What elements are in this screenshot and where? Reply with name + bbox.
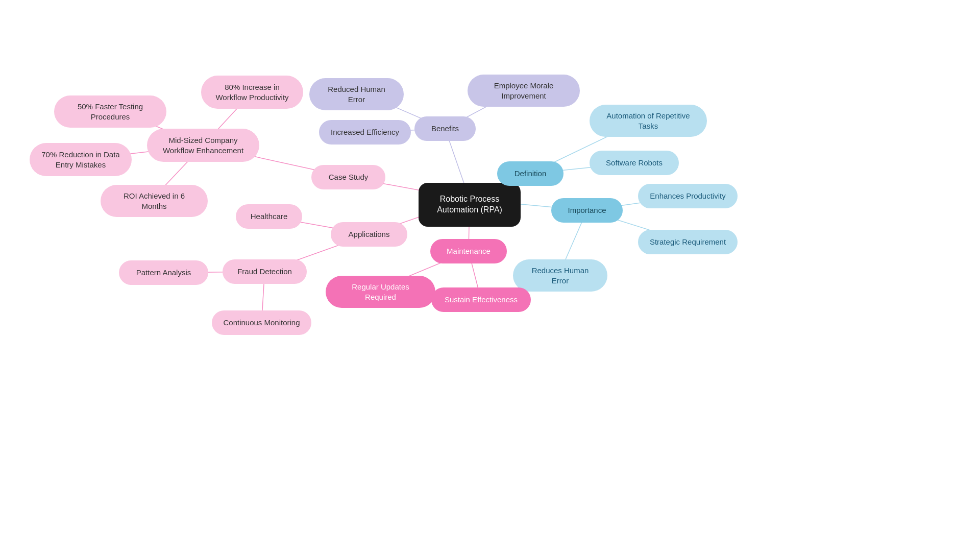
node-automationRepetitive: Automation of Repetitive Tasks (590, 105, 707, 137)
node-faster50: 50% Faster Testing Procedures (54, 95, 166, 128)
node-healthcare: Healthcare (236, 204, 302, 229)
node-benefits: Benefits (414, 116, 476, 141)
node-reducesHumanError: Reduces Human Error (513, 259, 607, 292)
node-sustainEffectiveness: Sustain Effectiveness (431, 287, 531, 312)
node-softwareRobots: Software Robots (590, 151, 679, 175)
node-importance: Importance (551, 198, 623, 223)
node-workflow80: 80% Increase in Workflow Productivity (201, 76, 303, 109)
node-patternAnalysis: Pattern Analysis (119, 260, 208, 285)
node-employeeMorale: Employee Morale Improvement (468, 75, 580, 107)
node-applications: Applications (331, 222, 407, 247)
node-enhancesProductivity: Enhances Productivity (638, 184, 738, 208)
node-increasedEfficiency: Increased Efficiency (319, 120, 411, 145)
mindmap-container: Robotic Process Automation (RPA)Benefits… (0, 0, 980, 553)
node-midSized: Mid-Sized Company Workflow Enhancement (147, 129, 259, 162)
node-center: Robotic Process Automation (RPA) (419, 183, 521, 227)
node-continuousMonitoring: Continuous Monitoring (212, 310, 311, 335)
node-definition: Definition (497, 161, 564, 186)
node-strategicRequirement: Strategic Requirement (638, 230, 738, 254)
node-reducedHumanError: Reduced Human Error (309, 78, 404, 110)
node-fraudDetection: Fraud Detection (223, 259, 307, 284)
node-roi6months: ROI Achieved in 6 Months (101, 185, 208, 217)
node-regularUpdates: Regular Updates Required (326, 276, 435, 308)
node-caseStudy: Case Study (311, 165, 385, 189)
node-reduction70: 70% Reduction in Data Entry Mistakes (30, 143, 132, 176)
node-maintenance: Maintenance (430, 239, 507, 263)
